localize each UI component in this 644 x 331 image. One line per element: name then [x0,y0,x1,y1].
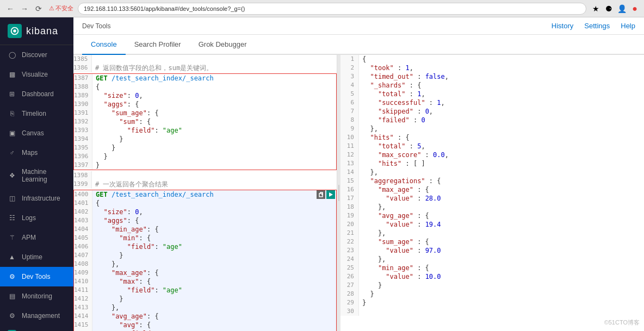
sidebar: kibana ◯ Discover ▩ Visualize ⊞ Dashboar… [0,17,73,331]
tab-search-profiler[interactable]: Search Profiler [126,35,190,55]
url-bar[interactable]: 192.168.110.133:5601/app/kibana#/dev_too… [78,3,586,15]
line-number: 1388 [74,83,92,91]
sidebar-item-canvas[interactable]: ▣ Canvas [0,123,73,143]
line-number: 1412 [74,295,92,303]
account-icon[interactable]: 👤 [617,4,627,14]
line-content: "sum": { [92,117,336,126]
output-line-content: "total" : 5, [359,142,644,151]
output-line: 19 "avg_age" : { [340,211,644,220]
settings-button[interactable]: Settings [584,22,610,30]
map-icon: ♂ [8,148,16,157]
sidebar-item-timelion[interactable]: ⎘ Timelion [0,104,73,123]
sidebar-item-discover[interactable]: ◯ Discover [0,45,73,65]
output-line-number: 29 [340,298,359,307]
line-number: 1392 [74,117,92,126]
line-number: 1401 [74,199,92,208]
back-button[interactable]: ← [4,3,16,15]
tab-console[interactable]: Console [82,35,126,55]
output-line-content: } [359,290,644,298]
nav-buttons: ← → ⟳ [4,3,45,15]
output-line-content: "min_age" : { [359,264,644,272]
sidebar-item-logs[interactable]: ☷ Logs [0,208,73,228]
output-line: 2 "took" : 1, [340,64,644,72]
server-icon: ◫ [8,194,16,203]
output-line-number: 18 [340,203,359,211]
line-content: "avg_age": { [92,312,336,321]
output-line: 6 "successful" : 1, [340,98,644,107]
line-content: }, [92,260,336,268]
run-query-button[interactable] [326,190,335,199]
sidebar-label-maps: Maps [22,149,38,157]
grid-icon: ⊞ [8,90,16,98]
output-line-number: 13 [340,159,359,168]
menu-icon[interactable]: ● [630,4,640,14]
sidebar-item-maps[interactable]: ♂ Maps [0,143,73,163]
output-line: 17 "value" : 28.0 [340,194,644,203]
bookmark-icon[interactable]: ★ [591,4,600,14]
line-number: 1393 [74,126,92,135]
output-line-number: 5 [340,90,359,98]
sidebar-label-monitoring: Monitoring [22,292,52,300]
code-line: 1409 "max_age": { [74,268,336,277]
line-content [92,171,337,180]
devtools-icon: ⚙ [8,272,16,281]
canvas-icon: ▣ [8,129,16,138]
help-button[interactable]: Help [621,22,635,30]
line-number: 1407 [74,251,92,260]
output-line: 8 "failed" : 0 [340,116,644,124]
sidebar-item-monitoring[interactable]: ▤ Monitoring [0,286,73,306]
editor-content[interactable]: 13851386# 返回数值字段的总和，sum是关键词。1387GET /tes… [73,55,337,331]
extension-icon[interactable]: ⚈ [604,4,614,14]
output-line-number: 1 [340,55,359,64]
line-content: } [92,135,336,143]
output-line-number: 28 [340,290,359,298]
code-line: 1403 "aggs": { [74,216,336,225]
tab-grok-debugger[interactable]: Grok Debugger [190,35,256,55]
sidebar-label-uptime: Uptime [22,253,42,261]
code-line: 1391 "sum_age": { [74,109,336,117]
sidebar-label-timelion: Timelion [22,110,46,117]
sidebar-item-devtools[interactable]: ⚙ Dev Tools [0,267,73,286]
code-line: 1405 "min": { [74,234,336,242]
monitoring-icon: ▤ [8,292,16,301]
line-number: 1395 [74,143,92,152]
ml-icon: ❖ [8,171,16,180]
line-content: # 一次返回各个聚合结果 [92,180,337,189]
history-button[interactable]: History [552,22,573,30]
sidebar-item-uptime[interactable]: ▲ Uptime [0,247,73,267]
output-line: 12 "max_score" : 0.0, [340,151,644,159]
line-number: 1402 [74,208,92,216]
sidebar-item-management[interactable]: ⚙ Management [0,306,73,326]
line-content: { [92,83,336,91]
sidebar-label-management: Management [22,312,60,320]
output-line-content: "total" : 1, [359,90,644,98]
code-line: 1401{ [74,199,336,208]
output-line-content: "max_age" : { [359,185,644,194]
code-line: 1389 "size": 0, [74,91,336,100]
sidebar-item-apm[interactable]: ⚚ APM [0,228,73,247]
output-line-content: "hits" : { [359,133,644,142]
logo: kibana [0,17,73,45]
sidebar-bottom: D Default « Collapse [0,326,73,331]
forward-button[interactable]: → [18,3,30,15]
line-number: 1396 [74,152,92,161]
sidebar-item-dashboard[interactable]: ⊞ Dashboard [0,84,73,104]
sidebar-default[interactable]: D Default [0,326,73,331]
line-content: } [92,152,336,161]
line-number: 1399 [73,180,92,189]
reload-button[interactable]: ⟳ [33,3,45,15]
copy-query-button[interactable] [317,190,325,199]
output-line-content: "value" : 19.4 [359,220,644,229]
line-number: 1387 [74,74,92,83]
sidebar-item-infrastructure[interactable]: ◫ Infrastructure [0,189,73,208]
output-line-content: "timed_out" : false, [359,72,644,81]
output-line: 30 [340,307,644,316]
sidebar-item-visualize[interactable]: ▩ Visualize [0,65,73,84]
line-number: 1406 [74,242,92,251]
sidebar-label-devtools: Dev Tools [22,273,50,280]
compass-icon: ◯ [8,51,16,59]
code-line: 1399# 一次返回各个聚合结果 [73,180,337,189]
sidebar-item-ml[interactable]: ❖ Machine Learning [0,163,73,189]
browser-bar: ← → ⟳ ⚠ 不安全 192.168.110.133:5601/app/kib… [0,0,644,17]
output-content[interactable]: 1{2 "took" : 1,3 "timed_out" : false,4 "… [340,55,644,331]
